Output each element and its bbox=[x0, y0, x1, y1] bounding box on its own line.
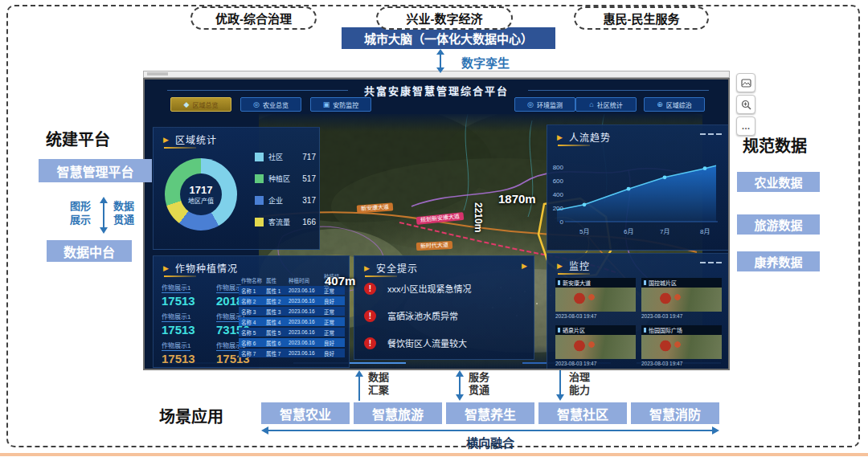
camera-image bbox=[641, 335, 722, 359]
governance-capacity-label: 治理能力 bbox=[569, 371, 592, 398]
legend-value: 717 bbox=[302, 153, 316, 161]
title-underline bbox=[365, 275, 397, 277]
camera-timestamp: 2023-08-03 19:47 bbox=[641, 361, 722, 366]
table-cell: 名称 4 bbox=[239, 318, 266, 326]
camera-feed[interactable]: 怡园国际广场2023-08-03 19:47 bbox=[641, 325, 722, 369]
legend-item: 客流量166 bbox=[255, 217, 316, 227]
table-cell: 2023.06.16 bbox=[289, 350, 324, 356]
pill-livelihood: 惠民-民生服务 bbox=[574, 6, 709, 30]
stat-label: 作物展示1 bbox=[162, 341, 190, 351]
legend-item: 种植区517 bbox=[255, 173, 316, 184]
image-tool-button[interactable] bbox=[736, 73, 755, 92]
horizontal-fusion-label: 横向融合 bbox=[261, 434, 719, 451]
data-middle-platform-box: 数据中台 bbox=[47, 240, 132, 262]
table-cell: 属性 4 bbox=[266, 318, 289, 326]
scan-icon: ◎ bbox=[527, 100, 534, 108]
zoom-in-icon bbox=[741, 100, 751, 110]
legend-swatch bbox=[255, 174, 264, 183]
crop-planting-panel: ▶作物种植情况 作物展示117513 作物展示120186 作物展示117513… bbox=[153, 255, 350, 368]
data-point bbox=[663, 175, 667, 179]
alert-text: 餐饮街区人流量较大 bbox=[387, 337, 467, 349]
more-icon: … bbox=[742, 121, 751, 131]
table-cell: 正常 bbox=[324, 287, 343, 295]
table-row: 名称 5属性 52023.06.16正常 bbox=[239, 328, 345, 337]
data-point bbox=[583, 202, 587, 206]
legend-label: 客流量 bbox=[268, 217, 302, 227]
nav-tab-community-stats[interactable]: ⌂社区统计 bbox=[575, 97, 637, 112]
panel-title: 监控 bbox=[569, 259, 590, 272]
table-cell: 属性 6 bbox=[266, 339, 289, 347]
table-cell: 2023.06.16 bbox=[289, 319, 324, 324]
camera-feed[interactable]: 新安康大道2023-08-03 19:47 bbox=[555, 278, 636, 322]
cube-icon: ◆ bbox=[184, 100, 190, 108]
table-cell: 属性 5 bbox=[266, 328, 289, 337]
alert-item[interactable]: !餐饮街区人流量较大 bbox=[364, 337, 467, 349]
camera-pin-icon bbox=[558, 328, 560, 333]
panel-title: 区域统计 bbox=[175, 133, 217, 146]
more-tool-button[interactable]: … bbox=[736, 116, 755, 136]
right-column-title: 规范数据 bbox=[743, 133, 807, 157]
monitor-panel: ▶监控 新安康大道2023-08-03 19:47 国控城片区2023-08-0… bbox=[547, 253, 729, 369]
triangle-icon: ▶ bbox=[163, 264, 170, 272]
nav-tab-agriculture-overview[interactable]: ◎农业总览 bbox=[240, 97, 301, 112]
dashboard-screenshot: 共富安康智慧管理综合平台 ◆区域总览 ◎农业总览 ▣安防监控 ◎环境监测 ⌂社区… bbox=[143, 78, 730, 370]
column-header: 作物名称 bbox=[239, 276, 266, 284]
triangle-icon: ▶ bbox=[163, 136, 170, 144]
legend-value: 517 bbox=[302, 174, 316, 183]
zoom-in-tool-button[interactable] bbox=[736, 95, 755, 114]
camera-feed[interactable]: 国控城片区2023-08-03 19:47 bbox=[641, 278, 722, 322]
table-cell: 属性 1 bbox=[266, 287, 289, 295]
table-cell: 良好 bbox=[324, 297, 343, 305]
nav-tab-region-governance[interactable]: ⊕区域综治 bbox=[644, 97, 705, 112]
table-cell: 良好 bbox=[324, 349, 343, 357]
panel-title: 作物种植情况 bbox=[175, 261, 238, 275]
title-underline bbox=[164, 275, 196, 277]
elevation-label-1870: 1870m bbox=[498, 192, 536, 206]
legend-label: 社区 bbox=[268, 152, 302, 162]
health-data-box: 康养数据 bbox=[737, 251, 820, 271]
camera-name: 国控城片区 bbox=[649, 279, 677, 287]
nav-tab-security-monitor[interactable]: ▣安防监控 bbox=[310, 97, 371, 112]
title-underline bbox=[164, 147, 196, 149]
camera-image bbox=[641, 288, 722, 312]
graphic-display-label: 图形展示 bbox=[70, 200, 92, 227]
scan-icon: ◎ bbox=[253, 100, 260, 108]
region-stats-panel: ▶区域统计 1717 地区产值 社区717 种植区517 企业317 客流量16… bbox=[153, 127, 320, 250]
nav-tab-region-overview[interactable]: ◆区域总览 bbox=[170, 97, 231, 112]
tourism-data-box: 旅游数据 bbox=[737, 214, 820, 235]
table-cell: 正常 bbox=[324, 328, 343, 337]
table-cell: 2023.06.16 bbox=[289, 308, 324, 314]
camera-pin-icon bbox=[558, 280, 560, 285]
globe-icon: ⊕ bbox=[657, 100, 663, 108]
table-cell: 名称 1 bbox=[239, 287, 266, 295]
security-alerts-panel: ▶安全提示 ▶ !xxx小区出现紧急情况 !富硒泳池水质异常 !餐饮街区人流量较… bbox=[354, 255, 534, 360]
stat-value: 17513 bbox=[162, 323, 213, 337]
table-cell: 2023.06.16 bbox=[289, 298, 324, 304]
nav-label: 社区统计 bbox=[597, 100, 623, 109]
vertical-double-arrow-icon bbox=[435, 49, 446, 73]
panel-title: 安全提示 bbox=[376, 261, 418, 275]
diagram-canvas: 优政-综合治理 兴业-数字经济 惠民-民生服务 城市大脑（一体化大数据中心） 数… bbox=[0, 0, 868, 457]
service-through-label: 服务贯通 bbox=[469, 371, 491, 398]
alert-item[interactable]: !xxx小区出现紧急情况 bbox=[364, 282, 472, 295]
camera-timestamp: 2023-08-03 19:47 bbox=[555, 361, 636, 366]
camera-feed[interactable]: 硒泉片区2023-08-03 19:47 bbox=[555, 325, 636, 369]
data-point bbox=[703, 166, 707, 170]
app-box-fire: 智慧消防 bbox=[631, 402, 719, 424]
legend-label: 种植区 bbox=[268, 173, 302, 184]
column-header: 属性 bbox=[266, 276, 289, 284]
pill-governance: 优政-综合治理 bbox=[190, 6, 317, 30]
legend-item: 企业317 bbox=[255, 195, 316, 206]
camera-image bbox=[555, 288, 636, 312]
elevation-label-2210: 2210m bbox=[473, 202, 484, 232]
data-aggregation-label: 数据汇聚 bbox=[368, 371, 391, 398]
elevation-label-407: 407m bbox=[325, 274, 355, 288]
dashboard-title: 共富安康智慧管理综合平台 bbox=[145, 83, 728, 98]
stat-label: 作物展示1 bbox=[162, 312, 190, 322]
table-cell: 名称 7 bbox=[239, 349, 266, 357]
nav-label: 环境监测 bbox=[537, 100, 563, 109]
nav-tab-environment-monitor[interactable]: ◎环境监测 bbox=[514, 97, 575, 112]
camera-timestamp: 2023-08-03 19:47 bbox=[641, 313, 722, 319]
alert-item[interactable]: !富硒泳池水质异常 bbox=[364, 309, 458, 322]
alert-icon: ! bbox=[364, 283, 376, 295]
